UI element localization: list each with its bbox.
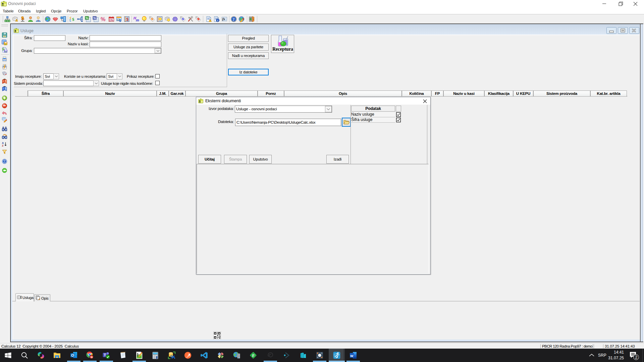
svg-text:fx: fx <box>222 17 225 21</box>
svg-text:$: $ <box>119 18 121 22</box>
svg-text:1%: 1% <box>109 18 113 22</box>
svg-text:%: % <box>93 16 96 20</box>
svg-text:2: 2 <box>635 355 637 360</box>
svg-text:O: O <box>71 353 74 357</box>
svg-text:?: ? <box>4 160 5 163</box>
svg-text:?: ? <box>233 17 235 22</box>
svg-text:%: % <box>101 16 105 22</box>
svg-text:W: W <box>350 354 353 358</box>
svg-text:£: £ <box>69 18 71 22</box>
svg-text:Z: Z <box>2 144 4 147</box>
svg-text:%: % <box>86 16 88 20</box>
svg-text:$: $ <box>72 17 74 22</box>
svg-text:m: m <box>136 18 139 22</box>
svg-text:$: $ <box>126 17 129 22</box>
svg-text:N: N <box>91 356 93 359</box>
svg-text:F: F <box>252 354 255 358</box>
